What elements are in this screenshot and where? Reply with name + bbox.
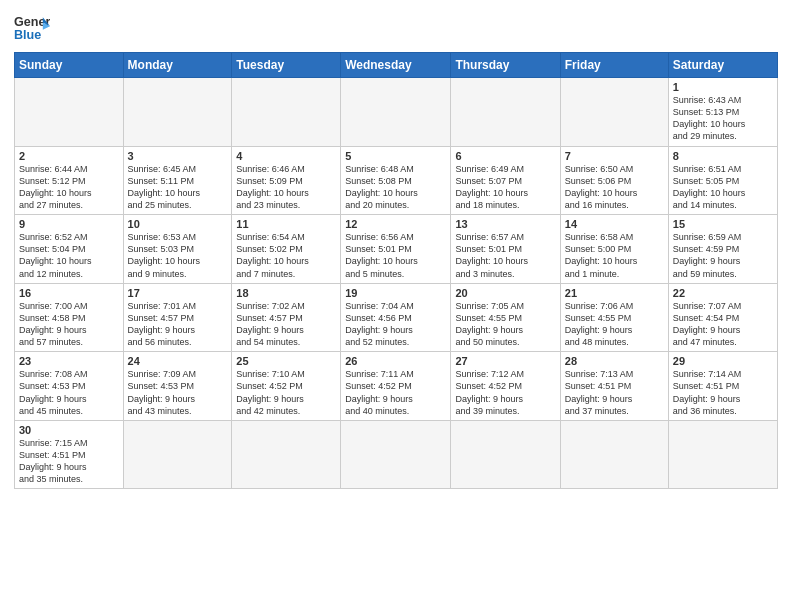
day-number: 24 <box>128 355 228 367</box>
day-info: Sunrise: 6:59 AM Sunset: 4:59 PM Dayligh… <box>673 231 773 280</box>
day-number: 29 <box>673 355 773 367</box>
calendar-cell <box>668 420 777 489</box>
day-number: 8 <box>673 150 773 162</box>
calendar-col-header: Wednesday <box>341 53 451 78</box>
calendar-col-header: Tuesday <box>232 53 341 78</box>
day-number: 16 <box>19 287 119 299</box>
day-info: Sunrise: 7:02 AM Sunset: 4:57 PM Dayligh… <box>236 300 336 349</box>
calendar-cell <box>123 420 232 489</box>
calendar-cell: 25Sunrise: 7:10 AM Sunset: 4:52 PM Dayli… <box>232 352 341 421</box>
calendar-cell <box>560 420 668 489</box>
day-info: Sunrise: 6:43 AM Sunset: 5:13 PM Dayligh… <box>673 94 773 143</box>
calendar-cell <box>451 420 560 489</box>
day-info: Sunrise: 6:46 AM Sunset: 5:09 PM Dayligh… <box>236 163 336 212</box>
calendar-cell <box>123 78 232 147</box>
day-info: Sunrise: 6:45 AM Sunset: 5:11 PM Dayligh… <box>128 163 228 212</box>
calendar-cell: 28Sunrise: 7:13 AM Sunset: 4:51 PM Dayli… <box>560 352 668 421</box>
day-info: Sunrise: 6:56 AM Sunset: 5:01 PM Dayligh… <box>345 231 446 280</box>
day-number: 30 <box>19 424 119 436</box>
svg-text:Blue: Blue <box>14 28 41 42</box>
day-info: Sunrise: 6:54 AM Sunset: 5:02 PM Dayligh… <box>236 231 336 280</box>
calendar-cell: 15Sunrise: 6:59 AM Sunset: 4:59 PM Dayli… <box>668 215 777 284</box>
logo: General Blue <box>14 10 50 46</box>
day-info: Sunrise: 7:05 AM Sunset: 4:55 PM Dayligh… <box>455 300 555 349</box>
calendar-cell: 23Sunrise: 7:08 AM Sunset: 4:53 PM Dayli… <box>15 352 124 421</box>
calendar-cell: 9Sunrise: 6:52 AM Sunset: 5:04 PM Daylig… <box>15 215 124 284</box>
day-info: Sunrise: 6:58 AM Sunset: 5:00 PM Dayligh… <box>565 231 664 280</box>
day-info: Sunrise: 7:08 AM Sunset: 4:53 PM Dayligh… <box>19 368 119 417</box>
calendar-cell: 20Sunrise: 7:05 AM Sunset: 4:55 PM Dayli… <box>451 283 560 352</box>
day-number: 13 <box>455 218 555 230</box>
calendar-week-row: 1Sunrise: 6:43 AM Sunset: 5:13 PM Daylig… <box>15 78 778 147</box>
calendar-cell: 22Sunrise: 7:07 AM Sunset: 4:54 PM Dayli… <box>668 283 777 352</box>
day-info: Sunrise: 7:13 AM Sunset: 4:51 PM Dayligh… <box>565 368 664 417</box>
calendar-cell: 19Sunrise: 7:04 AM Sunset: 4:56 PM Dayli… <box>341 283 451 352</box>
calendar-cell: 3Sunrise: 6:45 AM Sunset: 5:11 PM Daylig… <box>123 146 232 215</box>
calendar-col-header: Saturday <box>668 53 777 78</box>
day-info: Sunrise: 7:15 AM Sunset: 4:51 PM Dayligh… <box>19 437 119 486</box>
day-info: Sunrise: 6:49 AM Sunset: 5:07 PM Dayligh… <box>455 163 555 212</box>
calendar-cell: 11Sunrise: 6:54 AM Sunset: 5:02 PM Dayli… <box>232 215 341 284</box>
day-number: 21 <box>565 287 664 299</box>
calendar-col-header: Friday <box>560 53 668 78</box>
calendar-cell: 26Sunrise: 7:11 AM Sunset: 4:52 PM Dayli… <box>341 352 451 421</box>
calendar-cell <box>15 78 124 147</box>
calendar-cell: 5Sunrise: 6:48 AM Sunset: 5:08 PM Daylig… <box>341 146 451 215</box>
day-info: Sunrise: 7:00 AM Sunset: 4:58 PM Dayligh… <box>19 300 119 349</box>
calendar-cell: 10Sunrise: 6:53 AM Sunset: 5:03 PM Dayli… <box>123 215 232 284</box>
calendar-cell: 12Sunrise: 6:56 AM Sunset: 5:01 PM Dayli… <box>341 215 451 284</box>
day-info: Sunrise: 6:57 AM Sunset: 5:01 PM Dayligh… <box>455 231 555 280</box>
calendar-cell <box>560 78 668 147</box>
day-info: Sunrise: 6:44 AM Sunset: 5:12 PM Dayligh… <box>19 163 119 212</box>
day-number: 22 <box>673 287 773 299</box>
calendar-cell: 1Sunrise: 6:43 AM Sunset: 5:13 PM Daylig… <box>668 78 777 147</box>
day-info: Sunrise: 6:51 AM Sunset: 5:05 PM Dayligh… <box>673 163 773 212</box>
calendar-cell: 27Sunrise: 7:12 AM Sunset: 4:52 PM Dayli… <box>451 352 560 421</box>
calendar-cell: 17Sunrise: 7:01 AM Sunset: 4:57 PM Dayli… <box>123 283 232 352</box>
header: General Blue <box>14 10 778 46</box>
calendar-cell <box>341 78 451 147</box>
day-info: Sunrise: 6:52 AM Sunset: 5:04 PM Dayligh… <box>19 231 119 280</box>
day-info: Sunrise: 7:09 AM Sunset: 4:53 PM Dayligh… <box>128 368 228 417</box>
calendar-cell: 16Sunrise: 7:00 AM Sunset: 4:58 PM Dayli… <box>15 283 124 352</box>
day-info: Sunrise: 7:12 AM Sunset: 4:52 PM Dayligh… <box>455 368 555 417</box>
calendar: SundayMondayTuesdayWednesdayThursdayFrid… <box>14 52 778 489</box>
calendar-cell: 21Sunrise: 7:06 AM Sunset: 4:55 PM Dayli… <box>560 283 668 352</box>
day-number: 5 <box>345 150 446 162</box>
day-number: 15 <box>673 218 773 230</box>
calendar-week-row: 16Sunrise: 7:00 AM Sunset: 4:58 PM Dayli… <box>15 283 778 352</box>
calendar-cell: 7Sunrise: 6:50 AM Sunset: 5:06 PM Daylig… <box>560 146 668 215</box>
day-info: Sunrise: 7:14 AM Sunset: 4:51 PM Dayligh… <box>673 368 773 417</box>
calendar-week-row: 30Sunrise: 7:15 AM Sunset: 4:51 PM Dayli… <box>15 420 778 489</box>
calendar-cell <box>232 420 341 489</box>
day-number: 10 <box>128 218 228 230</box>
calendar-col-header: Thursday <box>451 53 560 78</box>
calendar-cell: 8Sunrise: 6:51 AM Sunset: 5:05 PM Daylig… <box>668 146 777 215</box>
day-info: Sunrise: 6:50 AM Sunset: 5:06 PM Dayligh… <box>565 163 664 212</box>
day-number: 12 <box>345 218 446 230</box>
calendar-cell: 13Sunrise: 6:57 AM Sunset: 5:01 PM Dayli… <box>451 215 560 284</box>
day-info: Sunrise: 6:53 AM Sunset: 5:03 PM Dayligh… <box>128 231 228 280</box>
logo-icon: General Blue <box>14 10 50 46</box>
day-number: 25 <box>236 355 336 367</box>
calendar-cell: 24Sunrise: 7:09 AM Sunset: 4:53 PM Dayli… <box>123 352 232 421</box>
calendar-cell: 30Sunrise: 7:15 AM Sunset: 4:51 PM Dayli… <box>15 420 124 489</box>
calendar-cell <box>232 78 341 147</box>
day-number: 2 <box>19 150 119 162</box>
calendar-header-row: SundayMondayTuesdayWednesdayThursdayFrid… <box>15 53 778 78</box>
day-info: Sunrise: 7:01 AM Sunset: 4:57 PM Dayligh… <box>128 300 228 349</box>
day-info: Sunrise: 7:11 AM Sunset: 4:52 PM Dayligh… <box>345 368 446 417</box>
day-info: Sunrise: 7:04 AM Sunset: 4:56 PM Dayligh… <box>345 300 446 349</box>
day-number: 17 <box>128 287 228 299</box>
calendar-cell: 29Sunrise: 7:14 AM Sunset: 4:51 PM Dayli… <box>668 352 777 421</box>
calendar-cell: 4Sunrise: 6:46 AM Sunset: 5:09 PM Daylig… <box>232 146 341 215</box>
day-info: Sunrise: 7:07 AM Sunset: 4:54 PM Dayligh… <box>673 300 773 349</box>
day-number: 9 <box>19 218 119 230</box>
day-number: 4 <box>236 150 336 162</box>
day-number: 6 <box>455 150 555 162</box>
day-number: 27 <box>455 355 555 367</box>
day-number: 1 <box>673 81 773 93</box>
day-number: 14 <box>565 218 664 230</box>
day-number: 3 <box>128 150 228 162</box>
calendar-col-header: Sunday <box>15 53 124 78</box>
